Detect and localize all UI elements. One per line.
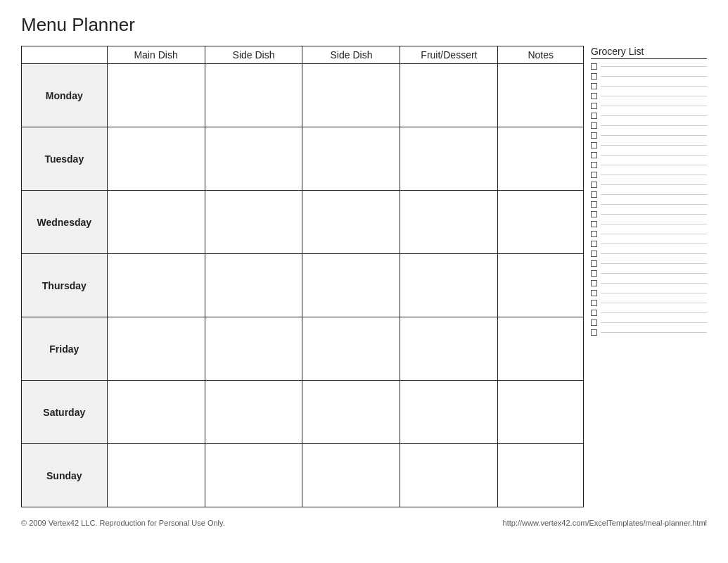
grocery-checkbox[interactable] — [591, 329, 597, 336]
grocery-line — [601, 204, 707, 205]
list-item — [591, 270, 707, 277]
list-item — [591, 231, 707, 237]
col-header-fruit-dessert: Fruit/Dessert — [400, 46, 498, 64]
content-cell[interactable] — [205, 254, 302, 317]
content-cell[interactable] — [302, 381, 400, 444]
grocery-checkbox[interactable] — [591, 221, 597, 227]
grocery-checkbox[interactable] — [591, 142, 597, 148]
content-cell[interactable] — [107, 254, 205, 317]
grocery-checkbox[interactable] — [591, 182, 597, 188]
content-cell[interactable] — [205, 444, 302, 507]
grocery-checkbox[interactable] — [591, 201, 597, 208]
grocery-line — [601, 312, 707, 313]
list-item — [591, 300, 707, 306]
grocery-line — [601, 263, 707, 264]
grocery-checkbox[interactable] — [591, 191, 597, 198]
grocery-line — [601, 332, 707, 333]
grocery-checkbox[interactable] — [591, 122, 597, 129]
content-cell[interactable] — [400, 191, 498, 254]
grocery-checkbox[interactable] — [591, 152, 597, 158]
content-cell[interactable] — [205, 127, 302, 191]
grocery-checkbox[interactable] — [591, 172, 597, 178]
list-item — [591, 310, 707, 316]
table-row: Wednesday — [22, 191, 584, 254]
grocery-checkbox[interactable] — [591, 63, 597, 70]
grocery-checkbox[interactable] — [591, 300, 597, 306]
content-cell[interactable] — [107, 381, 205, 444]
content-cell[interactable] — [498, 127, 584, 191]
content-cell[interactable] — [107, 191, 205, 254]
content-cell[interactable] — [400, 127, 498, 191]
grocery-checkbox[interactable] — [591, 83, 597, 89]
table-row: Tuesday — [22, 127, 584, 191]
content-cell[interactable] — [302, 191, 400, 254]
grocery-line — [601, 106, 707, 106]
content-cell[interactable] — [302, 127, 400, 191]
content-cell[interactable] — [400, 254, 498, 317]
list-item — [591, 162, 707, 168]
grocery-line — [601, 273, 707, 274]
content-cell[interactable] — [498, 381, 584, 444]
grocery-checkbox[interactable] — [591, 241, 597, 247]
content-cell[interactable] — [107, 64, 205, 127]
content-cell[interactable] — [400, 64, 498, 127]
grocery-checkbox[interactable] — [591, 103, 597, 109]
content-cell[interactable] — [205, 381, 302, 444]
grocery-line — [601, 145, 707, 146]
content-cell[interactable] — [302, 64, 400, 127]
list-item — [591, 63, 707, 70]
content-cell[interactable] — [400, 381, 498, 444]
col-header-main-dish: Main Dish — [107, 46, 205, 64]
content-cell[interactable] — [498, 444, 584, 507]
grocery-checkbox[interactable] — [591, 270, 597, 277]
footer-left: © 2009 Vertex42 LLC. Reproduction for Pe… — [21, 519, 225, 527]
list-item — [591, 182, 707, 188]
content-cell[interactable] — [400, 444, 498, 507]
content-cell[interactable] — [498, 254, 584, 317]
content-cell[interactable] — [498, 64, 584, 127]
grocery-checkbox[interactable] — [591, 73, 597, 80]
list-item — [591, 260, 707, 267]
content-cell[interactable] — [302, 317, 400, 381]
content-cell[interactable] — [498, 191, 584, 254]
content-cell[interactable] — [498, 317, 584, 381]
main-layout: Main Dish Side Dish Side Dish Fruit/Dess… — [21, 46, 707, 507]
grocery-line — [601, 234, 707, 234]
footer-right: http://www.vertex42.com/ExcelTemplates/m… — [503, 519, 707, 527]
grocery-checkbox[interactable] — [591, 113, 597, 119]
grocery-title: Grocery List — [591, 46, 707, 59]
grocery-line — [601, 184, 707, 185]
grocery-line — [601, 194, 707, 195]
grocery-checkbox[interactable] — [591, 93, 597, 99]
grocery-checkbox[interactable] — [591, 132, 597, 139]
table-row: Monday — [22, 64, 584, 127]
list-item — [591, 172, 707, 178]
content-cell[interactable] — [302, 444, 400, 507]
content-cell[interactable] — [400, 317, 498, 381]
grocery-checkbox[interactable] — [591, 280, 597, 286]
content-cell[interactable] — [107, 127, 205, 191]
list-item — [591, 201, 707, 208]
grocery-line — [601, 96, 707, 96]
grocery-checkbox[interactable] — [591, 211, 597, 217]
list-item — [591, 329, 707, 336]
grocery-checkbox[interactable] — [591, 231, 597, 237]
list-item — [591, 142, 707, 148]
content-cell[interactable] — [107, 444, 205, 507]
grocery-checkbox[interactable] — [591, 310, 597, 316]
grocery-line — [601, 243, 707, 244]
grocery-checkbox[interactable] — [591, 290, 597, 296]
grocery-checkbox[interactable] — [591, 251, 597, 257]
content-cell[interactable] — [205, 191, 302, 254]
table-row: Sunday — [22, 444, 584, 507]
grocery-checkbox[interactable] — [591, 260, 597, 267]
content-cell[interactable] — [205, 64, 302, 127]
list-item — [591, 73, 707, 80]
content-cell[interactable] — [107, 317, 205, 381]
grocery-line — [601, 135, 707, 136]
grocery-checkbox[interactable] — [591, 320, 597, 326]
content-cell[interactable] — [205, 317, 302, 381]
content-cell[interactable] — [302, 254, 400, 317]
grocery-checkbox[interactable] — [591, 162, 597, 168]
day-label: Saturday — [22, 381, 108, 444]
